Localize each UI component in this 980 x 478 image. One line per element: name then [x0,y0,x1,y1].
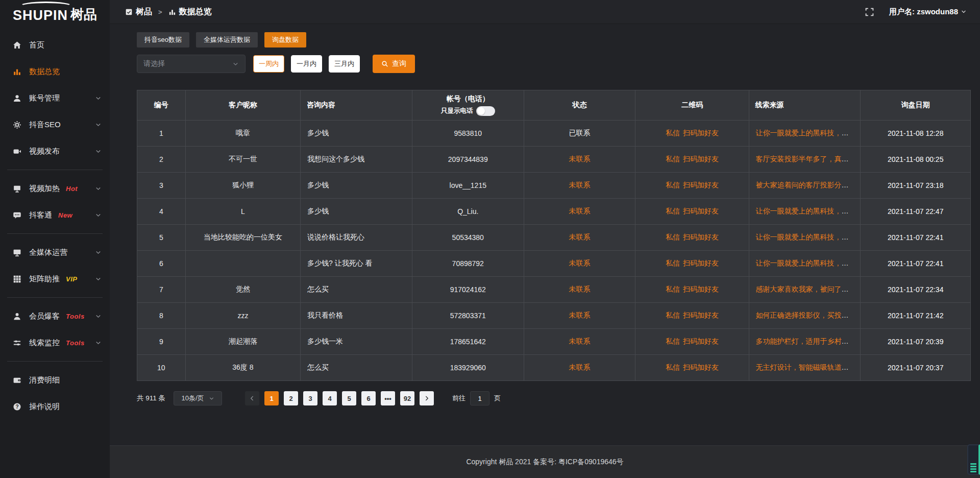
sidebar-item-首页[interactable]: 首页 [0,32,110,58]
qr-link-扫码加好友[interactable]: 扫码加好友 [683,155,719,163]
tab-抖音seo数据[interactable]: 抖音seo数据 [137,32,189,47]
select-placeholder: 请选择 [143,59,165,68]
cell-date: 2021-11-07 22:34 [861,277,971,303]
cell-qrcode: 私信扫码加好友 [635,199,749,225]
cell-content: 我想问这个多少钱 [301,147,412,173]
source-link[interactable]: 客厅安装投影半年多了，真实... [756,155,855,163]
chevron-down-icon [95,249,102,256]
prev-page-button[interactable] [245,391,259,405]
qr-link-扫码加好友[interactable]: 扫码加好友 [683,259,719,267]
source-link[interactable]: 无主灯设计，智能磁吸轨道灯... [756,363,855,371]
source-link[interactable]: 多功能护栏灯，适用于乡村文... [756,337,855,345]
chevron-down-icon [95,276,102,282]
page-button-2[interactable]: 2 [284,391,298,405]
monitor-icon [13,248,21,257]
range-button-三月内[interactable]: 三月内 [329,55,360,73]
fullscreen-icon[interactable] [865,8,874,16]
qr-link-私信[interactable]: 私信 [666,233,680,241]
cell-source: 被大家追着问的客厅投影分享... [749,173,861,199]
sidebar-item-label: 视频加热 [29,184,60,194]
source-link[interactable]: 让你一眼就爱上的黑科技，能... [756,129,855,137]
range-button-一周内[interactable]: 一周内 [253,55,284,73]
qr-link-扫码加好友[interactable]: 扫码加好友 [683,311,719,319]
qr-link-扫码加好友[interactable]: 扫码加好友 [683,207,719,215]
source-link[interactable]: 让你一眼就爱上的黑科技，能... [756,233,855,241]
sidebar-item-抖音SEO[interactable]: 抖音SEO [0,111,110,138]
qr-link-私信[interactable]: 私信 [666,285,680,293]
breadcrumb-root[interactable]: 树品 [136,7,152,17]
floating-side-widget[interactable] [967,444,980,475]
sidebar-item-数据总览[interactable]: 数据总览 [0,58,110,85]
tab-全媒体运营数据[interactable]: 全媒体运营数据 [196,32,258,47]
sidebar-item-抖客通[interactable]: 抖客通New [0,202,110,228]
column-header-线索来源: 线索来源 [749,90,861,121]
source-link[interactable]: 如何正确选择投影仪，买投影... [756,311,855,319]
sidebar-item-视频发布[interactable]: 视频发布 [0,138,110,164]
sidebar-item-视频加热[interactable]: 视频加热Hot [0,175,110,202]
sidebar-item-矩阵助推[interactable]: 矩阵助推VIP [0,266,110,292]
app-logo[interactable]: SHUPIN 树品 [0,0,110,28]
logo-arc [19,2,72,11]
phone-only-toggle[interactable] [476,106,495,116]
qr-link-私信[interactable]: 私信 [666,155,680,163]
page-button-1[interactable]: 1 [264,391,279,405]
qr-link-私信[interactable]: 私信 [666,311,680,319]
table-header-row: 编号客户昵称咨询内容帐号（电话）只显示电话状态二维码线索来源询盘日期 [137,90,971,121]
cell-account: 70898792 [412,251,524,277]
cell-content: 多少钱 [301,121,412,147]
sidebar-item-会员爆客[interactable]: 会员爆客Tools [0,303,110,329]
sidebar-item-消费明细[interactable]: 消费明细 [0,367,110,393]
user-menu[interactable]: 用户名: zswodun88 [889,7,967,17]
query-button[interactable]: 查询 [373,55,415,73]
page-button-6[interactable]: 6 [361,391,376,405]
qr-link-扫码加好友[interactable]: 扫码加好友 [683,233,719,241]
cell-source: 让你一眼就爱上的黑科技，能... [749,199,861,225]
content-area: 抖音seo数据全媒体运营数据询盘数据 请选择 一周内一月内三月内 查询 编号客户… [110,24,980,445]
sidebar-item-线索监控[interactable]: 线索监控Tools [0,329,110,356]
next-page-button[interactable] [420,391,434,405]
source-link[interactable]: 让你一眼就爱上的黑科技，能... [756,207,855,215]
qr-link-私信[interactable]: 私信 [666,363,680,371]
page-size-select[interactable]: 10条/页 [174,391,222,405]
page-button-5[interactable]: 5 [342,391,356,405]
cell-status: 未联系 [524,225,635,251]
page-ellipsis-button[interactable]: ••• [381,391,395,405]
sidebar-item-全媒体运营[interactable]: 全媒体运营 [0,239,110,266]
qr-link-私信[interactable]: 私信 [666,181,680,189]
page-button-4[interactable]: 4 [323,391,337,405]
source-link[interactable]: 被大家追着问的客厅投影分享... [756,181,855,189]
cell-qrcode: 私信扫码加好友 [635,147,749,173]
account-select[interactable]: 请选择 [137,55,246,73]
qr-link-扫码加好友[interactable]: 扫码加好友 [683,285,719,293]
sidebar-item-label: 会员爆客 [29,312,60,321]
qr-link-扫码加好友[interactable]: 扫码加好友 [683,129,719,137]
table-row: 3狐小狸多少钱love__1215未联系私信扫码加好友被大家追着问的客厅投影分享… [137,173,971,199]
tab-询盘数据[interactable]: 询盘数据 [264,32,306,47]
qr-link-私信[interactable]: 私信 [666,337,680,345]
sidebar-item-账号管理[interactable]: 账号管理 [0,85,110,111]
qr-link-扫码加好友[interactable]: 扫码加好友 [683,337,719,345]
qr-link-私信[interactable]: 私信 [666,259,680,267]
chevron-down-icon [95,95,102,102]
breadcrumb-separator: > [158,8,162,16]
goto-page-input[interactable] [470,391,489,405]
cell-status: 未联系 [524,251,635,277]
page-button-92[interactable]: 92 [400,391,414,405]
cell-status: 未联系 [524,277,635,303]
qr-link-私信[interactable]: 私信 [666,129,680,137]
range-button-一月内[interactable]: 一月内 [291,55,322,73]
cell-date: 2021-11-07 22:47 [861,199,971,225]
table-row: 2不可一世我想问这个多少钱2097344839未联系私信扫码加好友客厅安装投影半… [137,147,971,173]
sidebar-item-操作说明[interactable]: ?操作说明 [0,393,110,420]
qr-link-扫码加好友[interactable]: 扫码加好友 [683,363,719,371]
grid-icon [13,275,21,283]
qr-link-私信[interactable]: 私信 [666,207,680,215]
source-link[interactable]: 感谢大家喜欢我家，被问了好... [756,285,855,293]
phone-only-label: 只显示电话 [441,107,473,115]
qr-link-扫码加好友[interactable]: 扫码加好友 [683,181,719,189]
chevron-down-icon [95,212,102,219]
chevron-left-icon [249,395,255,401]
menu-divider [7,170,103,170]
page-button-3[interactable]: 3 [303,391,317,405]
source-link[interactable]: 让你一眼就爱上的黑科技，能... [756,259,855,267]
